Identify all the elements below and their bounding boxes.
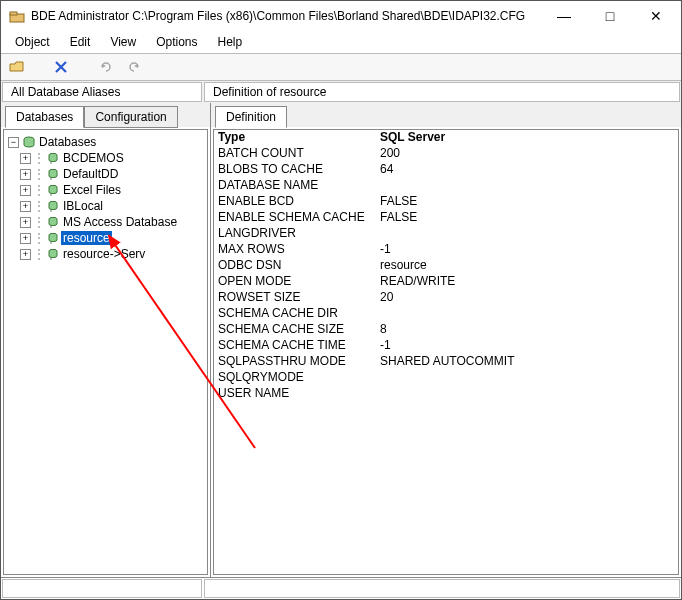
prop-val[interactable]	[376, 226, 678, 242]
menu-edit[interactable]: Edit	[62, 33, 99, 51]
alias-tree[interactable]: − Databases +⋮⋮BCDEMOS+⋮⋮DefaultDD+⋮⋮Exc…	[3, 129, 208, 575]
drag-dots-icon: ⋮⋮	[33, 215, 45, 229]
tree-item[interactable]: +⋮⋮BCDEMOS	[8, 150, 207, 166]
prop-row[interactable]: SQLPASSTHRU MODESHARED AUTOCOMMIT	[214, 354, 678, 370]
tree-item[interactable]: +⋮⋮resource->Serv	[8, 246, 207, 262]
maximize-button[interactable]: □	[587, 2, 633, 30]
status-right	[204, 579, 680, 598]
prop-row[interactable]: MAX ROWS-1	[214, 242, 678, 258]
prop-val[interactable]	[376, 386, 678, 402]
expand-icon[interactable]: +	[20, 249, 31, 260]
bde-admin-window: BDE Administrator C:\Program Files (x86)…	[0, 0, 682, 600]
collapse-icon[interactable]: −	[8, 137, 19, 148]
tree-item-label: MS Access Database	[61, 215, 179, 229]
minimize-button[interactable]: —	[541, 2, 587, 30]
drag-dots-icon: ⋮⋮	[33, 231, 45, 245]
expand-icon[interactable]: +	[20, 185, 31, 196]
tree-root[interactable]: − Databases	[8, 134, 207, 150]
tab-configuration[interactable]: Configuration	[84, 106, 177, 128]
prop-val[interactable]: SHARED AUTOCOMMIT	[376, 354, 678, 370]
prop-key: SQLPASSTHRU MODE	[214, 354, 376, 370]
prop-val[interactable]: -1	[376, 338, 678, 354]
prop-row[interactable]: SCHEMA CACHE DIR	[214, 306, 678, 322]
prop-row[interactable]: ROWSET SIZE20	[214, 290, 678, 306]
main-body: Databases Configuration − Databases +⋮⋮B…	[1, 103, 681, 577]
open-icon[interactable]	[5, 56, 29, 78]
tree-item[interactable]: +⋮⋮Excel Files	[8, 182, 207, 198]
undo-icon[interactable]	[93, 56, 117, 78]
db-alias-icon	[45, 167, 61, 181]
prop-header-key: Type	[214, 130, 376, 146]
prop-val[interactable]: 64	[376, 162, 678, 178]
prop-val[interactable]	[376, 306, 678, 322]
prop-val[interactable]: FALSE	[376, 210, 678, 226]
prop-val[interactable]: 20	[376, 290, 678, 306]
property-grid[interactable]: Type SQL Server BATCH COUNT200BLOBS TO C…	[213, 129, 679, 575]
prop-key: SQLQRYMODE	[214, 370, 376, 386]
tab-definition[interactable]: Definition	[215, 106, 287, 128]
right-tabrow: Definition	[211, 103, 681, 127]
prop-val[interactable]: FALSE	[376, 194, 678, 210]
prop-val[interactable]: 200	[376, 146, 678, 162]
menu-help[interactable]: Help	[210, 33, 251, 51]
prop-row[interactable]: BATCH COUNT200	[214, 146, 678, 162]
db-alias-icon	[45, 199, 61, 213]
prop-row[interactable]: USER NAME	[214, 386, 678, 402]
menu-object[interactable]: Object	[7, 33, 58, 51]
tree-item[interactable]: +⋮⋮IBLocal	[8, 198, 207, 214]
tree-root-label: Databases	[37, 135, 98, 149]
right-panel: Definition Type SQL Server BATCH COUNT20…	[211, 103, 681, 577]
menu-view[interactable]: View	[102, 33, 144, 51]
close-button[interactable]: ✕	[633, 2, 679, 30]
prop-row[interactable]: ENABLE BCDFALSE	[214, 194, 678, 210]
expand-icon[interactable]: +	[20, 169, 31, 180]
prop-key: SCHEMA CACHE TIME	[214, 338, 376, 354]
prop-key: SCHEMA CACHE DIR	[214, 306, 376, 322]
menu-options[interactable]: Options	[148, 33, 205, 51]
prop-row[interactable]: DATABASE NAME	[214, 178, 678, 194]
prop-val[interactable]: resource	[376, 258, 678, 274]
prop-val[interactable]: -1	[376, 242, 678, 258]
prop-row[interactable]: SCHEMA CACHE TIME-1	[214, 338, 678, 354]
delete-icon[interactable]	[49, 56, 73, 78]
tree-item[interactable]: +⋮⋮resource	[8, 230, 207, 246]
expand-icon[interactable]: +	[20, 217, 31, 228]
tree-item[interactable]: +⋮⋮MS Access Database	[8, 214, 207, 230]
window-title: BDE Administrator C:\Program Files (x86)…	[31, 9, 541, 23]
expand-icon[interactable]: +	[20, 233, 31, 244]
titlebar[interactable]: BDE Administrator C:\Program Files (x86)…	[1, 1, 681, 31]
prop-val[interactable]: READ/WRITE	[376, 274, 678, 290]
prop-val[interactable]	[376, 178, 678, 194]
prop-row[interactable]: SCHEMA CACHE SIZE8	[214, 322, 678, 338]
drag-dots-icon: ⋮⋮	[33, 199, 45, 213]
prop-key: ODBC DSN	[214, 258, 376, 274]
prop-row[interactable]: LANGDRIVER	[214, 226, 678, 242]
tab-databases[interactable]: Databases	[5, 106, 84, 128]
toolbar	[1, 53, 681, 81]
prop-row[interactable]: ENABLE SCHEMA CACHEFALSE	[214, 210, 678, 226]
prop-key: BLOBS TO CACHE	[214, 162, 376, 178]
prop-val[interactable]: 8	[376, 322, 678, 338]
expand-icon[interactable]: +	[20, 201, 31, 212]
expand-icon[interactable]: +	[20, 153, 31, 164]
prop-key: DATABASE NAME	[214, 178, 376, 194]
db-alias-icon	[45, 151, 61, 165]
prop-key: ENABLE SCHEMA CACHE	[214, 210, 376, 226]
tree-item[interactable]: +⋮⋮DefaultDD	[8, 166, 207, 182]
databases-icon	[21, 135, 37, 149]
prop-key: SCHEMA CACHE SIZE	[214, 322, 376, 338]
svg-rect-1	[10, 12, 17, 15]
drag-dots-icon: ⋮⋮	[33, 247, 45, 261]
redo-icon[interactable]	[123, 56, 147, 78]
drag-dots-icon: ⋮⋮	[33, 167, 45, 181]
prop-key: LANGDRIVER	[214, 226, 376, 242]
prop-row[interactable]: BLOBS TO CACHE64	[214, 162, 678, 178]
prop-key: OPEN MODE	[214, 274, 376, 290]
prop-row[interactable]: OPEN MODEREAD/WRITE	[214, 274, 678, 290]
prop-val[interactable]	[376, 370, 678, 386]
prop-row[interactable]: SQLQRYMODE	[214, 370, 678, 386]
tree-item-label: IBLocal	[61, 199, 105, 213]
prop-row[interactable]: ODBC DSNresource	[214, 258, 678, 274]
menubar: Object Edit View Options Help	[1, 31, 681, 53]
prop-key: BATCH COUNT	[214, 146, 376, 162]
